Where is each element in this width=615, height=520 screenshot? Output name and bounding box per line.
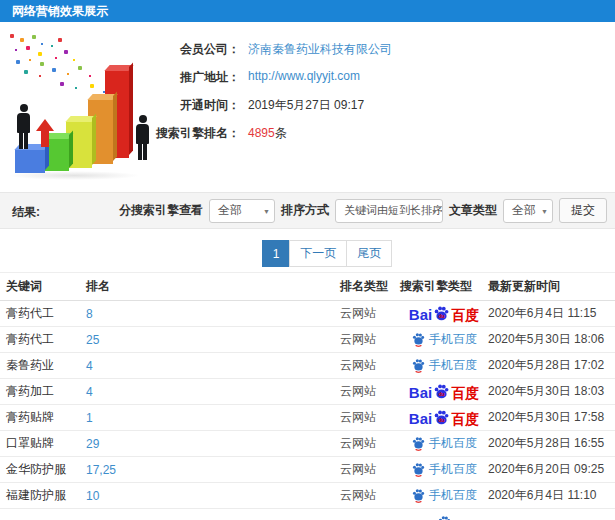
rank-link[interactable]: 17,25 [86,463,340,477]
mobile-baidu-paw-icon [411,358,426,373]
mobile-baidu-paw-icon [411,462,426,477]
rank-link[interactable]: 4 [86,385,340,399]
businessman-right-icon [136,115,149,160]
table-header-row: 关键词 排名 排名类型 搜索引擎类型 最新更新时间 [0,273,615,301]
company-link[interactable]: 济南秦鲁药业科技有限公司 [248,42,392,56]
updated-cell: 2020年5月30日 17:58 [488,409,615,426]
page-title: 网络营销效果展示 [12,3,108,20]
rank-type-cell: 云网站 [340,461,400,478]
rank-type-cell: 云网站 [340,305,400,322]
col-rank-type: 排名类型 [340,278,400,295]
keyword-cell: 膏药代工 [6,331,86,348]
updated-cell: 2020年6月4日 11:10 [488,487,615,504]
updated-cell: 2020年5月30日 18:06 [488,331,615,348]
col-keyword: 关键词 [6,278,86,295]
baidu-paw-icon: du [433,305,450,322]
title-bar: 网络营销效果展示 [0,0,615,22]
rank-link[interactable]: 1 [86,411,340,425]
svg-text:du: du [439,392,445,397]
keyword-cell: 膏药贴牌 [6,409,86,426]
table-row-partial [0,509,615,520]
keyword-cell: 膏药代工 [6,305,86,322]
rank-type-cell: 云网站 [340,409,400,426]
baidu-logo-icon: Bai du 百度 [409,383,479,400]
rank-link[interactable]: 4 [86,359,340,373]
chevron-down-icon: ▼ [263,208,270,215]
chevron-down-icon: ▼ [431,208,438,215]
baidu-logo-icon: Bai du 百度 [409,305,479,322]
mobile-baidu-paw-icon [411,436,426,451]
table-row: 福建防护服 10 云网站 手机百度 2020年6月4日 11:10 [0,483,615,509]
updated-cell: 2020年6月20日 09:25 [488,461,615,478]
up-arrow-icon [36,119,54,147]
rank-type-cell: 云网站 [340,487,400,504]
keyword-cell: 福建防护服 [6,487,86,504]
rank-link[interactable]: 8 [86,307,340,321]
col-engine-type: 搜索引擎类型 [400,278,488,295]
mobile-baidu-label: 手机百度 [429,435,477,452]
rank-type-cell: 云网站 [340,357,400,374]
member-info-section: 会员公司： 济南秦鲁药业科技有限公司 推广地址： http://www.qlyy… [0,22,615,192]
article-type-select[interactable]: 全部 ▼ [503,199,553,223]
mobile-baidu-label: 手机百度 [429,357,477,374]
rank-type-cell: 云网站 [340,383,400,400]
filter-bar: 结果: 分搜索引擎查看 全部 ▼ 排序方式 关键词由短到长排序 ▼ 文章类型 全… [0,192,615,229]
results-table: 关键词 排名 排名类型 搜索引擎类型 最新更新时间 膏药代工 8 云网站 Bai… [0,272,615,520]
rank-type-cell: 云网站 [340,435,400,452]
rank-link[interactable]: 25 [86,333,340,347]
table-row: 膏药加工 4 云网站 Bai du 百度 2020年5月30日 18:03 [0,379,615,405]
mobile-baidu-paw-icon [411,332,426,347]
table-row: 口罩贴牌 29 云网站 手机百度 2020年5月28日 16:55 [0,431,615,457]
mobile-baidu-label: 手机百度 [429,487,477,504]
updated-cell: 2020年5月28日 16:55 [488,435,615,452]
rank-type-cell: 云网站 [340,331,400,348]
table-row: 秦鲁药业 4 云网站 手机百度 2020年5月28日 17:02 [0,353,615,379]
last-page-button[interactable]: 尾页 [346,240,392,267]
submit-button[interactable]: 提交 [559,198,607,223]
company-label: 会员公司： [180,41,240,58]
mobile-baidu-label: 手机百度 [429,461,477,478]
keyword-cell: 口罩贴牌 [6,435,86,452]
table-row: 膏药代工 25 云网站 手机百度 2020年5月30日 18:06 [0,327,615,353]
col-updated: 最新更新时间 [488,278,615,295]
open-time-value: 2019年5月27日 09:17 [248,97,364,114]
info-row-company: 会员公司： 济南秦鲁药业科技有限公司 [0,34,615,62]
rank-link[interactable]: 29 [86,437,340,451]
mobile-baidu-paw-icon [411,488,426,503]
table-row: 膏药代工 8 云网站 Bai du 百度 2020年6月4日 11:15 [0,301,615,327]
sort-select[interactable]: 关键词由短到长排序 ▼ [335,199,443,223]
promo-url-link[interactable]: http://www.qlyyjt.com [248,69,360,83]
keyword-cell: 秦鲁药业 [6,357,86,374]
engine-filter-label: 分搜索引擎查看 [119,202,203,219]
page-1-button[interactable]: 1 [262,240,291,267]
mobile-baidu-label: 手机百度 [429,331,477,348]
updated-cell: 2020年5月30日 18:03 [488,383,615,400]
svg-text:du: du [439,418,445,423]
keyword-cell: 膏药加工 [6,383,86,400]
engine-filter-select[interactable]: 全部 ▼ [209,199,275,223]
businessman-left-icon [17,104,30,149]
article-type-label: 文章类型 [449,202,497,219]
bar-blue [15,149,45,173]
svg-text:du: du [439,314,445,319]
result-label: 结果: [12,204,40,221]
rank-link[interactable]: 10 [86,489,340,503]
promo-url-label: 推广地址： [180,69,240,86]
rank-count-suffix: 条 [275,126,287,140]
table-row: 金华防护服 17,25 云网站 手机百度 2020年6月20日 09:25 [0,457,615,483]
keyword-cell: 金华防护服 [6,461,86,478]
updated-cell: 2020年6月4日 11:15 [488,305,615,322]
baidu-paw-icon: du [433,409,450,426]
updated-cell: 2020年5月28日 17:02 [488,357,615,374]
pagination: 1 下一页 尾页 [0,240,615,267]
table-row: 膏药贴牌 1 云网站 Bai du 百度 2020年5月30日 17:58 [0,405,615,431]
rank-count-label: 搜索引擎排名： [156,125,240,142]
info-row-url: 推广地址： http://www.qlyyjt.com [0,62,615,90]
baidu-paw-icon: du [433,383,450,400]
next-page-button[interactable]: 下一页 [289,240,347,267]
open-time-label: 开通时间： [180,97,240,114]
mobile-baidu-paw-icon [437,515,452,520]
chevron-down-icon: ▼ [541,208,548,215]
baidu-logo-icon: Bai du 百度 [409,409,479,426]
sort-label: 排序方式 [281,202,329,219]
